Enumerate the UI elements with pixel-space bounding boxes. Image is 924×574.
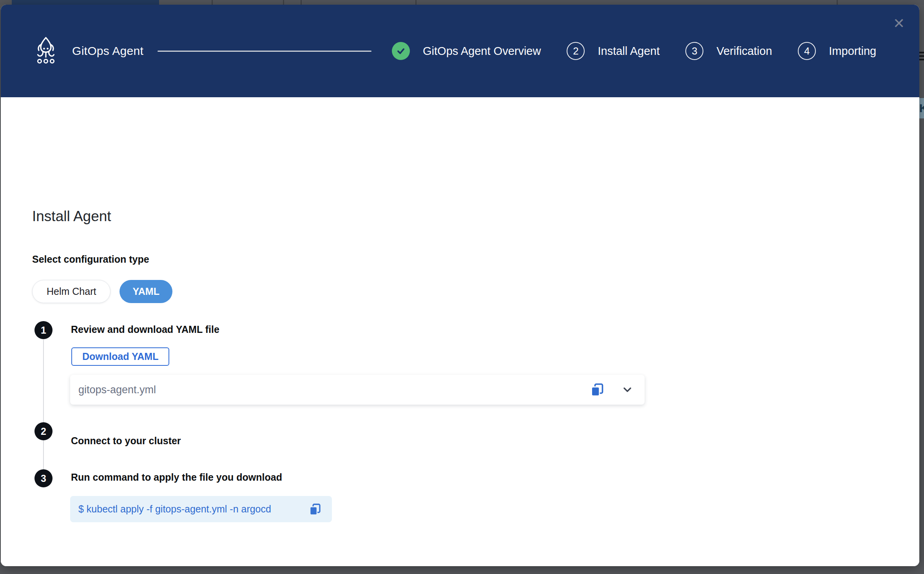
step-3-number: 3 bbox=[34, 469, 53, 487]
chevron-down-icon[interactable] bbox=[621, 383, 634, 396]
step-number-circle: 4 bbox=[798, 42, 816, 60]
tab-divider bbox=[212, 0, 213, 5]
config-option-helm-chart[interactable]: Helm Chart bbox=[32, 280, 111, 303]
step-2-number: 2 bbox=[34, 422, 53, 440]
header-divider-line bbox=[158, 51, 371, 52]
kubectl-command: $ kubectl apply -f gitops-agent.yml -n a… bbox=[78, 503, 271, 515]
background-active-tab bbox=[12, 0, 159, 5]
stepper-item-overview[interactable]: GitOps Agent Overview bbox=[392, 42, 541, 60]
download-yaml-button[interactable]: Download YAML bbox=[71, 347, 169, 366]
wizard-header: GitOps Agent GitOps Agent Overview 2 Ins… bbox=[1, 5, 919, 97]
stepper-item-verification[interactable]: 3 Verification bbox=[685, 42, 772, 60]
kubectl-command-box: $ kubectl apply -f gitops-agent.yml -n a… bbox=[70, 496, 332, 522]
close-icon[interactable]: ✕ bbox=[890, 15, 908, 32]
wizard-body: Install Agent Select configuration type … bbox=[1, 97, 919, 566]
stepper-label: Importing bbox=[829, 45, 876, 58]
page-title: Install Agent bbox=[32, 208, 111, 225]
tab-divider bbox=[301, 0, 302, 5]
stepper-label: Install Agent bbox=[598, 45, 659, 58]
tab-divider bbox=[283, 0, 284, 5]
step-1-number: 1 bbox=[34, 321, 53, 339]
yaml-filename: gitops-agent.yml bbox=[78, 384, 156, 396]
tab-divider bbox=[415, 0, 417, 5]
stepper-label: Verification bbox=[716, 45, 772, 58]
menu-icon bbox=[919, 52, 924, 62]
step-connector-line bbox=[43, 340, 44, 469]
copy-icon[interactable] bbox=[590, 382, 605, 397]
stepper-item-importing[interactable]: 4 Importing bbox=[798, 42, 876, 60]
config-option-yaml[interactable]: YAML bbox=[120, 280, 172, 303]
step-2-title: Connect to your cluster bbox=[71, 435, 181, 447]
stepper-label: GitOps Agent Overview bbox=[423, 45, 541, 58]
tab-divider bbox=[837, 0, 838, 5]
wizard-stepper: GitOps Agent Overview 2 Install Agent 3 … bbox=[392, 42, 876, 60]
config-type-label: Select configuration type bbox=[32, 254, 149, 265]
step-number-circle: 2 bbox=[567, 42, 585, 60]
gitops-agent-icon bbox=[34, 36, 57, 66]
step-3-title: Run command to apply the file you downlo… bbox=[71, 472, 282, 483]
check-icon bbox=[392, 42, 410, 60]
browser-tab-bar bbox=[0, 0, 924, 5]
yaml-file-row[interactable]: gitops-agent.yml bbox=[70, 375, 645, 405]
stepper-item-install-agent[interactable]: 2 Install Agent bbox=[567, 42, 659, 60]
step-1-title: Review and download YAML file bbox=[71, 324, 219, 335]
step-number-circle: 3 bbox=[685, 42, 703, 60]
page-edge-fragment: K bbox=[919, 98, 924, 118]
copy-icon[interactable] bbox=[308, 503, 322, 516]
gitops-agent-wizard-modal: GitOps Agent GitOps Agent Overview 2 Ins… bbox=[1, 5, 919, 566]
wizard-title: GitOps Agent bbox=[72, 44, 143, 58]
background-page-edge: K bbox=[919, 5, 924, 574]
config-type-toggle: Helm Chart YAML bbox=[32, 280, 172, 303]
